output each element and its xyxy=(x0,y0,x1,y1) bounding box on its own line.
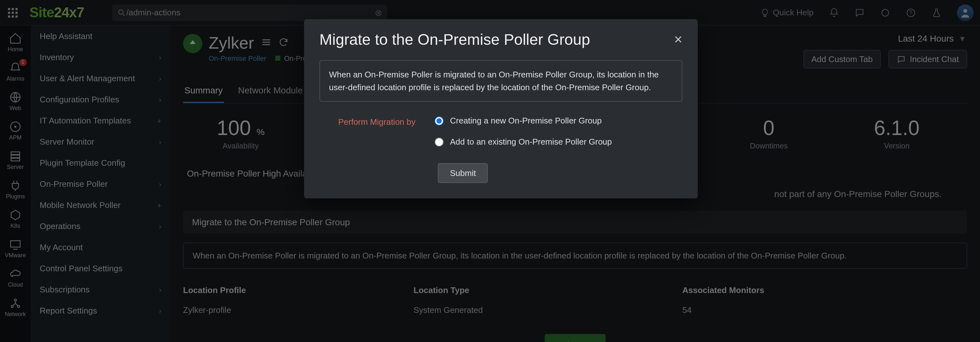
modal-close-button[interactable]: × xyxy=(674,31,682,48)
submit-button[interactable]: Submit xyxy=(438,163,488,183)
modal-title: Migrate to the On-Premise Poller Group xyxy=(320,31,590,49)
radio-create-new-label: Creating a new On-Premise Poller Group xyxy=(450,116,602,126)
radio-add-existing[interactable]: Add to an existing On-Premise Poller Gro… xyxy=(434,137,682,146)
radio-create-new[interactable]: Creating a new On-Premise Poller Group xyxy=(434,116,682,126)
modal-info-box: When an On-Premise Poller is migrated to… xyxy=(320,60,682,102)
radio-add-existing-input[interactable] xyxy=(434,137,444,146)
radio-add-existing-label: Add to an existing On-Premise Poller Gro… xyxy=(450,137,612,146)
radio-create-new-input[interactable] xyxy=(434,116,444,125)
migrate-modal: Migrate to the On-Premise Poller Group ×… xyxy=(304,19,698,198)
form-label-migration: Perform Migration by xyxy=(320,116,415,146)
